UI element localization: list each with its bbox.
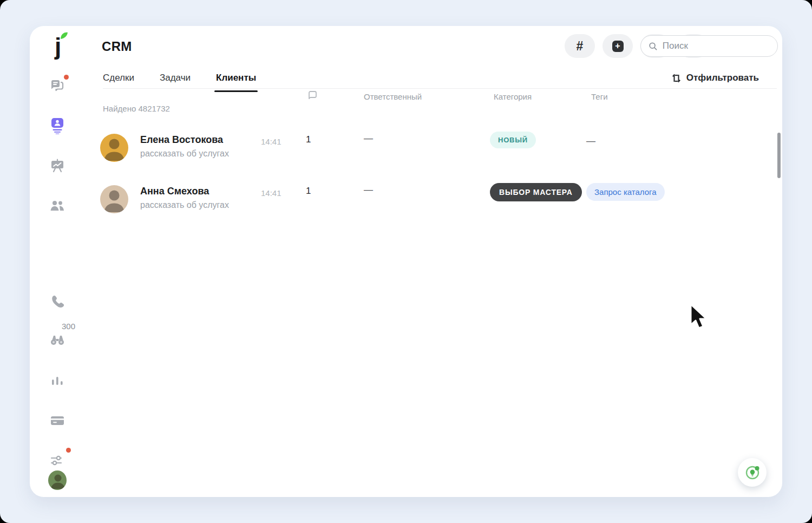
- sliders-icon: [50, 454, 65, 467]
- sidebar-item-phone[interactable]: [48, 292, 67, 311]
- client-row[interactable]: Елена Востокова рассказать об услугах 14…: [95, 122, 775, 174]
- sidebar-item-campaigns[interactable]: [48, 156, 67, 175]
- client-task: рассказать об услугах: [140, 148, 240, 159]
- tab-clients[interactable]: Клиенты: [216, 73, 256, 92]
- client-avatar: [100, 134, 128, 162]
- presentation-icon: [50, 158, 65, 173]
- tabs-divider: [103, 88, 777, 89]
- client-list: Елена Востокова рассказать об услугах 14…: [95, 122, 775, 225]
- person-icon: [100, 134, 128, 162]
- profile-avatar: [48, 470, 67, 490]
- no-tag-dash: —: [586, 136, 595, 147]
- search-input[interactable]: [663, 41, 770, 51]
- sidebar: 300: [30, 26, 84, 497]
- page-title: CRM: [102, 39, 132, 54]
- client-row[interactable]: Анна Смехова рассказать об услугах 14:41…: [95, 174, 775, 225]
- bar-chart-icon: [50, 374, 64, 388]
- tab-tasks[interactable]: Задачи: [160, 73, 191, 92]
- chats-alert-dot: [64, 75, 69, 80]
- tab-bar: Сделки Задачи Клиенты: [103, 73, 256, 92]
- no-responsible-dash: —: [364, 185, 373, 195]
- category-badge[interactable]: ВЫБОР МАСТЕРА: [490, 183, 582, 201]
- crm-icon: [49, 117, 66, 134]
- tag-cell: —: [586, 132, 747, 147]
- tips-fab-button[interactable]: [738, 458, 767, 487]
- hashtag-icon: #: [577, 40, 584, 53]
- responsible-cell: —: [364, 181, 490, 195]
- client-time: 14:41: [261, 188, 306, 198]
- app-background: j CRM # + +: [0, 0, 812, 523]
- sidebar-item-tracker[interactable]: 300: [48, 330, 67, 349]
- filter-icon: [671, 73, 682, 83]
- messages-count: 1: [306, 134, 364, 145]
- sidebar-item-billing[interactable]: [48, 411, 67, 430]
- tracker-badge: 300: [60, 322, 77, 331]
- tag-cell: Запрос каталога: [586, 183, 747, 201]
- filter-button[interactable]: Отфильтровать: [671, 73, 759, 83]
- sidebar-item-profile[interactable]: [48, 471, 67, 489]
- tags-column-header: Теги: [591, 92, 608, 101]
- results-count: Найдено 4821732: [103, 104, 170, 113]
- messages-column-header: [307, 90, 318, 102]
- person-icon: [100, 185, 128, 213]
- responsible-cell: —: [364, 129, 490, 144]
- filter-label: Отфильтровать: [686, 73, 759, 83]
- scrollbar-thumb[interactable]: [777, 133, 781, 178]
- lightbulb-icon: [743, 463, 762, 482]
- sidebar-item-chats[interactable]: [48, 76, 67, 95]
- credit-card-icon: [50, 414, 65, 427]
- add-widget-button[interactable]: +: [603, 34, 633, 58]
- category-badge[interactable]: НОВЫЙ: [490, 132, 536, 148]
- client-task: рассказать об услугах: [140, 200, 240, 211]
- phone-icon: [50, 294, 65, 309]
- search-box[interactable]: [640, 35, 778, 57]
- tab-deals[interactable]: Сделки: [103, 73, 134, 92]
- sidebar-item-crm[interactable]: [48, 116, 67, 135]
- client-avatar: [100, 185, 128, 213]
- chats-icon: [49, 77, 66, 94]
- settings-alert-dot: [66, 448, 71, 453]
- no-responsible-dash: —: [364, 133, 373, 144]
- client-name: Елена Востокова: [140, 134, 261, 146]
- team-icon: [49, 199, 66, 213]
- tag-pill[interactable]: Запрос каталога: [586, 183, 665, 201]
- sidebar-item-team[interactable]: [48, 197, 67, 215]
- sidebar-item-statistics[interactable]: [48, 372, 67, 390]
- binoculars-icon: [49, 332, 66, 347]
- messages-count: 1: [306, 186, 364, 197]
- client-time: 14:41: [261, 137, 306, 146]
- category-column-header: Категория: [494, 92, 532, 101]
- person-icon: [48, 470, 67, 490]
- client-name: Анна Смехова: [140, 186, 261, 197]
- add-square-icon: +: [612, 41, 624, 52]
- crm-window: j CRM # + +: [30, 26, 782, 497]
- search-icon: [649, 41, 658, 51]
- sidebar-item-settings[interactable]: [48, 451, 67, 469]
- hashtag-button[interactable]: #: [565, 34, 595, 58]
- responsible-column-header: Ответственный: [364, 92, 422, 101]
- chat-bubble-icon: [307, 90, 318, 100]
